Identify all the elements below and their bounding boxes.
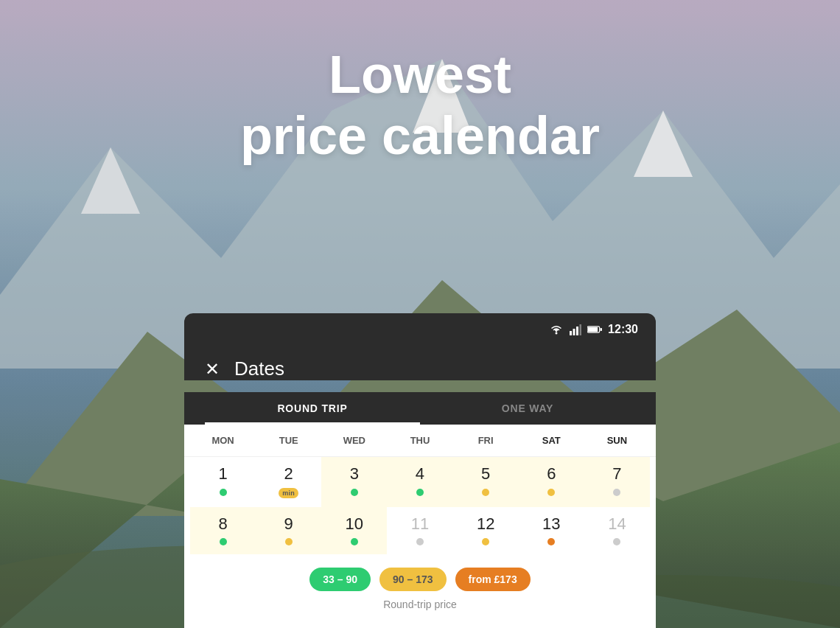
day-header-fri: FRI (453, 425, 519, 456)
tab-one-way[interactable]: ONE WAY (420, 392, 635, 425)
legend-badges: 33 – 90 90 – 173 from £173 (309, 568, 530, 591)
week-2: 8 9 10 11 12 (184, 507, 656, 554)
dot-green (220, 538, 227, 545)
dot-green (351, 538, 358, 545)
day-header-sat: SAT (519, 425, 584, 456)
day-header-sun: SUN (584, 425, 650, 456)
close-button[interactable]: ✕ (205, 360, 220, 378)
status-bar: 12:30 (184, 313, 656, 346)
dot-gray (613, 538, 620, 545)
cal-cell-11[interactable]: 11 (387, 507, 452, 554)
dot-yellow (482, 489, 489, 496)
dot-green (351, 489, 358, 496)
legend-badge-green: 33 – 90 (309, 568, 371, 591)
heading-line1: Lowest (0, 44, 840, 105)
svg-rect-17 (601, 328, 603, 331)
svg-rect-16 (588, 327, 598, 332)
calendar-panel: MON TUE WED THU FRI SAT SUN 1 2 min 3 (184, 425, 656, 628)
svg-point-10 (556, 332, 558, 335)
dot-yellow (285, 538, 293, 545)
day-header-tue: TUE (256, 425, 321, 456)
legend-sublabel: Round-trip price (383, 599, 457, 610)
cal-cell-12[interactable]: 12 (453, 507, 519, 554)
dot-orange (547, 538, 555, 545)
header-title: Dates (234, 357, 284, 380)
cal-cell-3[interactable]: 3 (321, 457, 387, 506)
svg-rect-12 (573, 329, 575, 335)
dot-gray (416, 538, 424, 545)
cal-cell-9[interactable]: 9 (256, 507, 321, 554)
cal-cell-8[interactable]: 8 (190, 507, 256, 554)
day-headers: MON TUE WED THU FRI SAT SUN (184, 425, 656, 457)
cal-cell-7[interactable]: 7 (584, 457, 650, 506)
status-time: 12:30 (608, 323, 638, 336)
tabs-container: ROUND TRIP ONE WAY (184, 392, 656, 425)
status-icons: 12:30 (549, 323, 638, 336)
svg-rect-13 (576, 327, 578, 335)
heading-line2: price calendar (0, 105, 840, 167)
battery-icon (587, 325, 602, 334)
dot-green (220, 489, 227, 496)
day-header-mon: MON (190, 425, 256, 456)
cal-cell-14[interactable]: 14 (584, 507, 650, 554)
cal-cell-5[interactable]: 5 (453, 457, 519, 506)
cal-cell-4[interactable]: 4 (387, 457, 452, 506)
week-1: 1 2 min 3 4 5 (184, 457, 656, 506)
signal-icon (570, 324, 581, 335)
cal-cell-13[interactable]: 13 (519, 507, 584, 554)
dot-yellow (482, 538, 489, 545)
phone-mockup: 12:30 ✕ Dates ROUND TRIP ONE WAY MON TUE… (184, 313, 656, 628)
app-header: ✕ Dates (184, 346, 656, 380)
min-badge: min (279, 488, 298, 498)
svg-rect-11 (570, 331, 572, 335)
page-heading: Lowest price calendar (0, 44, 840, 167)
cal-cell-6[interactable]: 6 (519, 457, 584, 506)
legend-badge-yellow: 90 – 173 (379, 568, 447, 591)
legend: 33 – 90 90 – 173 from £173 Round-trip pr… (184, 554, 656, 628)
tab-round-trip[interactable]: ROUND TRIP (205, 392, 420, 425)
cal-cell-1[interactable]: 1 (190, 457, 256, 506)
dot-green (416, 489, 424, 496)
day-header-thu: THU (387, 425, 452, 456)
dot-gray (613, 489, 620, 496)
svg-rect-14 (580, 324, 582, 335)
day-header-wed: WED (321, 425, 387, 456)
cal-cell-10[interactable]: 10 (321, 507, 387, 554)
dot-yellow (547, 489, 555, 496)
cal-cell-2[interactable]: 2 min (256, 457, 321, 506)
legend-badge-orange: from £173 (455, 568, 531, 591)
wifi-icon (549, 324, 564, 335)
